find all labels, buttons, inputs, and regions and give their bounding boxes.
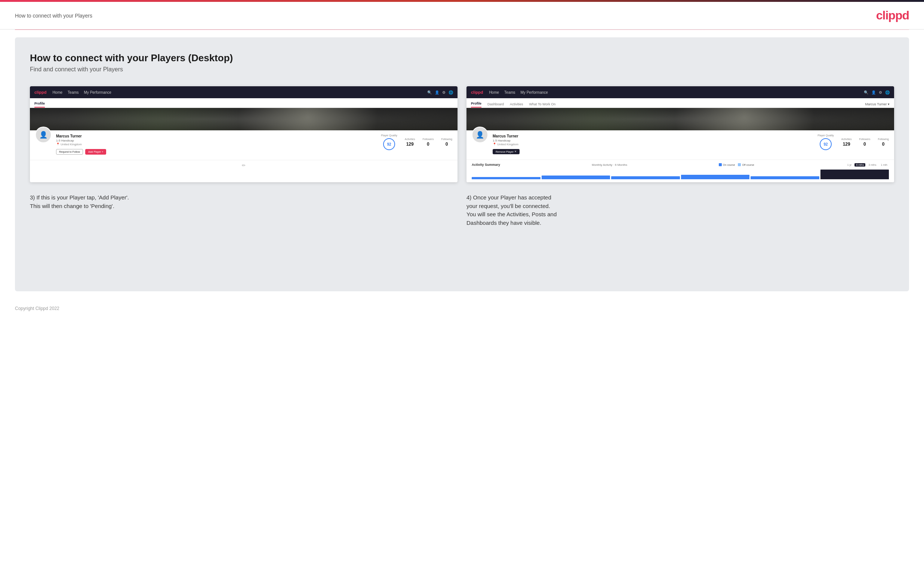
activity-legend: On course Off course — [719, 163, 754, 166]
activity-section: Activity Summary Monthly Activity · 6 Mo… — [467, 160, 894, 182]
page-subheading: Find and connect with your Players — [30, 66, 894, 73]
time-filter-3mths[interactable]: 3 mths — [867, 163, 878, 166]
right-following-stat: Following 0 — [878, 138, 889, 147]
left-tabbar: Profile — [30, 98, 457, 108]
settings-icon[interactable]: ⚙ — [442, 90, 446, 95]
right-following-label: Following — [878, 138, 889, 140]
screenshot-left: clippd Home Teams My Performance 🔍 👤 ⚙ 🌐… — [30, 86, 457, 182]
right-tabbar: Profile Dashboard Activities What To Wor… — [467, 98, 894, 108]
right-stats-row: Player Quality 92 Activities 129 Followe… — [817, 134, 889, 150]
right-profile-info: Marcus Turner 1-5 Handicap 📍 United King… — [493, 134, 813, 154]
right-followers-stat: Followers 0 — [859, 138, 870, 147]
left-player-location: 📍 United Kingdom — [56, 143, 376, 146]
left-quality-label: Player Quality — [381, 134, 397, 137]
bar-1 — [472, 177, 541, 179]
activity-period: Monthly Activity · 6 Months — [592, 163, 627, 166]
left-followers-stat: Followers 0 — [422, 138, 434, 147]
screenshots-row: clippd Home Teams My Performance 🔍 👤 ⚙ 🌐… — [30, 86, 894, 182]
right-avatar-icon: 👤 — [476, 131, 484, 139]
captions-row: 3) If this is your Player tap, 'Add Play… — [30, 193, 894, 227]
clippd-logo: clippd — [876, 9, 909, 23]
right-profile-banner — [467, 108, 894, 131]
right-followers-label: Followers — [859, 138, 870, 140]
left-nav-home[interactable]: Home — [52, 90, 62, 95]
left-player-name: Marcus Turner — [56, 134, 376, 138]
right-nav-my-performance[interactable]: My Performance — [521, 90, 548, 95]
search-icon[interactable]: 🔍 — [427, 90, 432, 95]
right-player-handicap: 1-5 Handicap — [493, 139, 813, 142]
request-to-follow-button[interactable]: Request to Follow — [56, 149, 83, 155]
page-heading: How to connect with your Players (Deskto… — [30, 52, 894, 64]
activity-title: Activity Summary — [472, 163, 500, 166]
right-player-location: 📍 United Kingdom — [493, 143, 813, 146]
right-player-dropdown[interactable]: Marcus Turner ▾ — [865, 102, 890, 108]
time-filter-1yr[interactable]: 1 yr — [846, 163, 853, 166]
location-pin-icon: 📍 — [56, 143, 60, 146]
caption-right: 4) Once your Player has acceptedyour req… — [467, 193, 894, 227]
right-followers-value: 0 — [859, 142, 870, 147]
header-divider — [15, 29, 909, 30]
right-settings-icon[interactable]: ⚙ — [879, 90, 882, 95]
time-filter-1mth[interactable]: 1 mth — [879, 163, 889, 166]
left-player-quality: Player Quality 92 — [381, 134, 397, 150]
left-screenshot-bottom: ✏ — [30, 160, 457, 170]
left-navbar: clippd Home Teams My Performance 🔍 👤 ⚙ 🌐 — [30, 86, 457, 98]
on-course-dot — [719, 163, 722, 166]
right-avatar: 👤 — [472, 127, 488, 143]
left-nav-teams[interactable]: Teams — [68, 90, 79, 95]
left-tab-profile[interactable]: Profile — [34, 102, 45, 108]
right-activities-stat: Activities 129 — [842, 138, 852, 147]
right-profile-buttons: Remove Player ✕ — [493, 149, 813, 154]
left-avatar-icon: 👤 — [39, 131, 47, 139]
screenshot-right: clippd Home Teams My Performance 🔍 👤 ⚙ 🌐… — [467, 86, 894, 182]
left-profile-banner — [30, 108, 457, 131]
time-filters: 1 yr 6 mths 3 mths 1 mth — [846, 163, 889, 166]
legend-on-course: On course — [719, 163, 735, 166]
left-following-label: Following — [441, 138, 452, 140]
right-globe-icon[interactable]: 🌐 — [885, 90, 890, 95]
bar-5 — [751, 176, 819, 179]
activity-header: Activity Summary Monthly Activity · 6 Mo… — [472, 163, 889, 166]
left-activities-value: 129 — [405, 142, 415, 147]
right-nav-home[interactable]: Home — [489, 90, 499, 95]
right-tab-profile[interactable]: Profile — [471, 102, 481, 108]
right-activities-value: 129 — [842, 142, 852, 147]
left-followers-value: 0 — [422, 142, 434, 147]
bar-4 — [681, 175, 750, 179]
left-profile-info: Marcus Turner 1-5 Handicap 📍 United King… — [56, 134, 376, 155]
header-title: How to connect with your Players — [15, 13, 92, 19]
left-nav-icons: 🔍 👤 ⚙ 🌐 — [427, 90, 453, 95]
right-nav-teams[interactable]: Teams — [504, 90, 515, 95]
legend-off-course: Off course — [738, 163, 754, 166]
left-app-logo: clippd — [34, 90, 46, 95]
left-following-value: 0 — [441, 142, 452, 147]
right-tab-dashboard[interactable]: Dashboard — [488, 102, 504, 108]
right-player-name: Marcus Turner — [493, 134, 813, 138]
left-profile-section: 👤 Marcus Turner 1-5 Handicap 📍 United Ki… — [30, 131, 457, 160]
right-tab-activities[interactable]: Activities — [510, 102, 523, 108]
add-player-button[interactable]: Add Player + — [85, 149, 106, 155]
right-nav-icons: 🔍 👤 ⚙ 🌐 — [864, 90, 890, 95]
left-activities-stat: Activities 129 — [405, 138, 415, 147]
left-player-handicap: 1-5 Handicap — [56, 139, 376, 142]
main-content: How to connect with your Players (Deskto… — [15, 37, 909, 291]
right-player-quality: Player Quality 92 — [817, 134, 834, 150]
left-nav-my-performance[interactable]: My Performance — [84, 90, 111, 95]
right-search-icon[interactable]: 🔍 — [864, 90, 868, 95]
copyright-text: Copyright Clippd 2022 — [15, 306, 60, 311]
bar-2 — [542, 176, 611, 179]
user-icon[interactable]: 👤 — [435, 90, 439, 95]
footer: Copyright Clippd 2022 — [0, 299, 924, 318]
right-user-icon[interactable]: 👤 — [871, 90, 876, 95]
edit-icon: ✏ — [242, 163, 246, 168]
left-following-stat: Following 0 — [441, 138, 452, 147]
right-app-logo: clippd — [471, 90, 483, 95]
right-activities-label: Activities — [842, 138, 852, 140]
left-quality-circle: 92 — [383, 138, 395, 150]
time-filter-6mths[interactable]: 6 mths — [855, 163, 865, 166]
right-tab-what-to-work-on[interactable]: What To Work On — [529, 102, 556, 108]
right-navbar: clippd Home Teams My Performance 🔍 👤 ⚙ 🌐 — [467, 86, 894, 98]
remove-player-button[interactable]: Remove Player ✕ — [493, 149, 520, 154]
off-course-dot — [738, 163, 741, 166]
globe-icon[interactable]: 🌐 — [449, 90, 453, 95]
